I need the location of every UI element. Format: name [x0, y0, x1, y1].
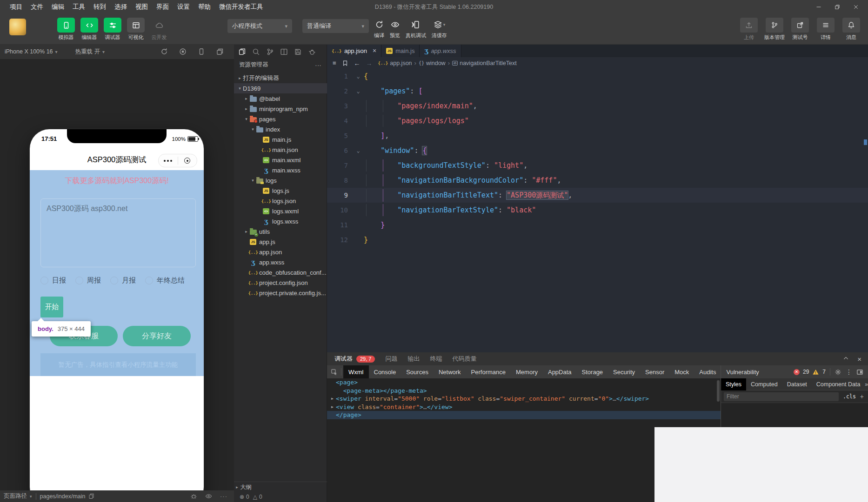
expand-arrow-icon[interactable]: ▶ — [331, 405, 336, 409]
wxml-node-4[interactable]: </page> — [327, 411, 721, 419]
tool-button-上传[interactable] — [740, 18, 758, 33]
breadcrumb-app.json[interactable]: {..}app.json — [378, 60, 412, 66]
tree-item-main.js[interactable]: JSmain.js — [234, 134, 327, 145]
toggle-button-可视化[interactable] — [127, 18, 145, 33]
debugger-tab-终端[interactable]: 终端 — [430, 355, 442, 363]
refresh-icon[interactable] — [160, 48, 168, 55]
tree-item-logs.js[interactable]: JSlogs.js — [234, 185, 327, 196]
action-真机调试[interactable]: 真机调试 — [403, 18, 429, 39]
menu-item-项目[interactable]: 项目 — [6, 3, 27, 11]
teapot-icon[interactable] — [308, 48, 316, 56]
search-icon[interactable] — [252, 48, 260, 56]
forward-icon[interactable]: → — [366, 59, 373, 67]
filter-input[interactable]: Filter — [724, 392, 839, 401]
tree-item-utils[interactable]: ▸utils — [234, 226, 327, 237]
menu-item-选择[interactable]: 选择 — [110, 3, 131, 11]
tool-上传[interactable]: 上传 — [739, 18, 759, 41]
dock-side-icon[interactable] — [856, 369, 863, 376]
wxml-node-3[interactable]: ▶<view class="container">…</view> — [327, 403, 721, 411]
copy-icon[interactable] — [88, 493, 94, 499]
files-icon[interactable] — [238, 48, 246, 56]
tree-item-app.wxss[interactable]: ʒapp.wxss — [234, 257, 327, 267]
problems-summary[interactable]: ⊗0 △0 — [234, 492, 333, 502]
devtools-tab-Audits[interactable]: Audits — [694, 365, 721, 378]
breadcrumb-navigationBarTitleText[interactable]: abnavigationBarTitleText — [452, 60, 517, 66]
more-actions-icon[interactable]: ··· — [315, 61, 327, 69]
toggle-模拟器[interactable]: 模拟器 — [57, 18, 75, 41]
debugger-tab-代码质量[interactable]: 代码质量 — [452, 355, 476, 363]
tree-item-pages[interactable]: ▾pages — [234, 114, 327, 124]
debugger-tab-调试器[interactable]: 调试器29, 7 — [334, 355, 375, 363]
start-button[interactable]: 开始 — [40, 297, 63, 317]
debugger-tab-问题[interactable]: 问题 — [385, 355, 397, 363]
tree-item-project.private.config.js...[interactable]: {..}project.private.config.js... — [234, 288, 327, 298]
menu-item-设置[interactable]: 设置 — [173, 3, 194, 11]
tree-item-main.json[interactable]: {..}main.json — [234, 145, 327, 155]
menu-item-编辑[interactable]: 编辑 — [47, 3, 68, 11]
tool-button-消息[interactable] — [842, 18, 860, 33]
tool-button-测试号[interactable] — [791, 18, 809, 33]
devtools-tab-Mock[interactable]: Mock — [669, 365, 694, 378]
gear-icon[interactable] — [835, 369, 841, 376]
wxml-node-1[interactable]: <page-meta></page-meta> — [327, 387, 721, 395]
devtools-tab-Console[interactable]: Console — [369, 365, 401, 378]
tree-item-logs[interactable]: ▾logs — [234, 175, 327, 185]
git-branch-icon[interactable] — [266, 48, 274, 56]
menu-item-视图[interactable]: 视图 — [131, 3, 152, 11]
run-mode-dropdown[interactable]: 小程序模式 ▾ — [227, 19, 292, 33]
tool-消息[interactable]: 消息 — [841, 18, 861, 41]
add-style-button[interactable]: + — [860, 393, 868, 400]
radio-月报[interactable]: 月报 — [110, 276, 136, 285]
close-button[interactable] — [847, 0, 865, 14]
tree-item-main.wxml[interactable]: <>main.wxml — [234, 155, 327, 165]
bookmark-icon[interactable] — [342, 60, 348, 66]
action-清缓存[interactable]: ▾清缓存 — [429, 18, 450, 39]
maximize-button[interactable] — [828, 0, 847, 14]
tool-button-详情[interactable] — [817, 18, 835, 33]
wxml-scrollbar[interactable] — [717, 380, 720, 402]
split-editor-icon[interactable] — [280, 48, 288, 56]
styles-tab-Computed[interactable]: Computed — [746, 378, 782, 390]
fold-chevron-icon[interactable]: ⌄ — [353, 88, 364, 94]
tree-item-project.config.json[interactable]: {..}project.config.json — [234, 277, 327, 288]
device-selector[interactable]: iPhone X 100% 16 ▾ — [0, 48, 62, 55]
page-path-dropdown[interactable]: 页面路径 ▾ — [0, 492, 36, 500]
more-icon[interactable]: ··· — [220, 493, 227, 500]
devtools-tab-Sources[interactable]: Sources — [401, 365, 434, 378]
tool-button-版本管理[interactable] — [766, 18, 783, 33]
tree-item-main.wxss[interactable]: ʒmain.wxss — [234, 165, 327, 175]
outline-section[interactable]: ▸ 大纲 — [234, 482, 327, 492]
breadcrumb-window[interactable]: {}window — [419, 60, 446, 66]
more-menu-button[interactable] — [159, 154, 178, 167]
menu-item-帮助[interactable]: 帮助 — [194, 3, 215, 11]
tree-item-app.js[interactable]: JSapp.js — [234, 237, 327, 247]
rotate-device-icon[interactable] — [198, 48, 205, 55]
compile-mode-dropdown[interactable]: 普通编译 ▾ — [302, 19, 369, 33]
toggle-云开发[interactable]: 云开发 — [150, 18, 168, 41]
debug-bug-icon[interactable] — [190, 493, 197, 500]
toggle-button-模拟器[interactable] — [57, 18, 75, 33]
code-editor[interactable]: {..}app.json×JSmain.jsʒapp.wxss ≡ ← → {.… — [327, 44, 868, 352]
popout-window-icon[interactable] — [216, 48, 224, 55]
toggle-编辑器[interactable]: 编辑器 — [80, 18, 99, 41]
back-icon[interactable]: ← — [354, 59, 361, 67]
tree-item-code_obfuscation_conf...[interactable]: {..}code_obfuscation_conf... — [234, 267, 327, 277]
tool-详情[interactable]: 详情 — [815, 18, 836, 41]
menu-item-转到[interactable]: 转到 — [89, 3, 110, 11]
debugger-tab-输出[interactable]: 输出 — [407, 355, 420, 363]
menu-item-微信开发者工具[interactable]: 微信开发者工具 — [215, 3, 267, 11]
devtools-tab-Storage[interactable]: Storage — [577, 365, 608, 378]
devtools-tab-Performance[interactable]: Performance — [466, 365, 511, 378]
wxml-node-0[interactable]: <page> — [327, 378, 721, 387]
outline-list-icon[interactable]: ≡ — [333, 59, 336, 66]
hot-reload-selector[interactable]: 热重载 开 ▾ — [71, 48, 110, 56]
devtools-tab-Network[interactable]: Network — [434, 365, 466, 378]
expand-arrow-icon[interactable]: ▶ — [331, 396, 336, 401]
fold-chevron-icon[interactable]: ⌄ — [353, 73, 364, 79]
radio-周报[interactable]: 周报 — [75, 276, 101, 285]
toggle-调试器[interactable]: 调试器 — [103, 18, 122, 41]
radio-日报[interactable]: 日报 — [40, 276, 66, 285]
editor-tab-app.json[interactable]: {..}app.json× — [327, 44, 381, 57]
close-panel-icon[interactable]: × — [857, 355, 861, 363]
editor-tab-app.wxss[interactable]: ʒapp.wxss — [420, 44, 461, 57]
